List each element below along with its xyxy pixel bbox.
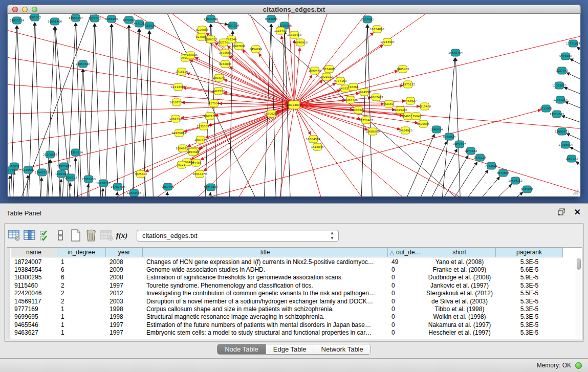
window-titlebar[interactable]: citations_edges.txt [7,5,581,14]
table-cell[interactable]: 0 [388,329,423,336]
network-node[interactable]: 7625402 [135,170,147,178]
table-cell[interactable]: 1 [57,313,106,320]
table-cell[interactable]: Franke et al. (2009) [423,266,496,273]
table-cell[interactable]: 1997 [106,321,143,329]
table-cell[interactable]: Wolkin et al. (1998) [423,313,496,320]
table-cell[interactable]: 5.3E-5 [496,321,563,329]
network-node[interactable]: 16648784 [448,49,463,56]
network-node[interactable]: 9245652 [521,186,534,193]
network-node[interactable]: 12093832 [552,82,567,89]
network-node[interactable]: 6734028 [323,65,336,73]
table-row[interactable]: 946362711997Embryonic stem cells: a mode… [11,329,576,337]
table-cell[interactable]: 9463627 [11,329,57,336]
table-row[interactable]: 2242004622012Investigating the contribut… [11,290,576,297]
table-cell[interactable]: 5.5E-5 [496,290,563,297]
table-cell[interactable]: Yano et al. (2008) [423,258,496,266]
table-cell[interactable]: 19384554 [11,266,57,273]
table-cell[interactable]: 1 [57,329,106,336]
function-builder-icon[interactable]: f(x) [114,228,129,243]
column-header-short[interactable]: short [423,248,496,257]
table-mode-icon[interactable] [7,228,22,243]
table-cell[interactable]: 6 [57,274,106,281]
delete-icon[interactable] [83,228,99,243]
network-node[interactable]: 10653257 [69,14,83,21]
network-node[interactable]: 20364436 [343,96,358,103]
table-cell[interactable]: Disruption of a novel member of a sodium… [143,298,388,305]
table-cell[interactable]: 1997 [106,282,143,289]
network-node[interactable]: 16210643 [550,111,564,118]
table-cell[interactable]: 2 [57,282,106,289]
network-node[interactable]: 16914479 [192,170,207,178]
network-node[interactable]: 7986322 [352,106,365,114]
table-cell[interactable]: Embryonic stem cells: a model to study s… [143,329,388,336]
network-node[interactable]: 7515526 [143,22,156,29]
table-cell[interactable]: Jankovic et al. (1997) [423,282,496,289]
table-selector-dropdown[interactable]: citations_edges.txt ▲▼ [137,230,339,242]
network-window[interactable]: citations_edges.txt 24055724208558220691… [7,5,581,196]
network-node[interactable]: 2687682 [361,16,374,23]
network-node[interactable]: 8938924 [443,133,456,140]
table-cell[interactable]: Estimation of significance thresholds fo… [143,274,388,281]
network-node[interactable]: 19654923 [398,127,412,134]
select-all-icon[interactable] [37,228,53,243]
network-node[interactable]: 2718126 [176,68,188,75]
network-node[interactable]: 10654112 [508,177,522,184]
network-node[interactable]: 16154808 [370,26,384,33]
network-node[interactable]: 17975125 [401,81,415,88]
unselect-all-icon[interactable] [53,228,68,243]
table-row[interactable]: 1872400712008Changes of HCN gene express… [11,258,576,266]
network-node[interactable]: 10807487 [369,94,383,101]
table-cell[interactable]: 0 [388,266,423,273]
network-node[interactable]: 17359924 [69,149,83,156]
table-cell[interactable]: 2012 [106,290,143,297]
table-cell[interactable]: 22420046 [11,290,57,297]
table-row[interactable]: 969969511998Structural magnetic resonanc… [11,313,576,321]
network-node[interactable]: 7984 [412,113,421,120]
network-node[interactable]: 20691406 [48,18,62,25]
network-node[interactable]: 9115460 [419,103,431,110]
network-node[interactable]: 17957253 [81,176,96,183]
network-node[interactable]: 10107554 [169,99,184,106]
network-node[interactable]: 8215958 [540,105,553,112]
network-node[interactable]: 1167533 [565,155,578,162]
table-cell[interactable]: 5.9E-5 [496,274,563,281]
network-node[interactable]: 39139 [8,167,15,174]
column-header-out_de[interactable]: △out_de… [388,248,423,257]
table-cell[interactable]: 1 [57,305,106,313]
table-cell[interactable]: 6 [57,266,106,273]
network-node[interactable]: 8471676 [497,169,510,177]
network-node[interactable]: 417004 [209,100,220,107]
table-cell[interactable]: 0 [388,298,423,305]
network-node[interactable]: 15751074 [566,40,580,47]
table-cell[interactable]: 2003 [106,298,143,305]
network-node[interactable]: 12942757 [35,169,49,176]
table-cell[interactable]: 2 [57,298,106,305]
network-node[interactable]: 9777169 [334,77,347,84]
table-row[interactable]: 1938455462009Genome-wide association stu… [11,266,576,273]
network-node[interactable]: 791546 [226,36,237,43]
network-node[interactable]: 18300295 [264,110,278,117]
table-cell[interactable]: Changes of HCN gene expression and I(f) … [143,258,388,266]
table-row[interactable]: 1456911722003Disruption of a novel membe… [11,297,576,305]
table-cell[interactable]: 5.3E-5 [496,329,563,336]
table-row[interactable]: 977716911998Corpus callosum shape and si… [11,305,576,313]
table-cell[interactable]: 1998 [106,305,143,313]
table-cell[interactable]: 0 [388,305,423,313]
network-node[interactable]: 3427552 [212,87,225,95]
network-node[interactable]: 8186323 [205,36,217,43]
table-vertical-scrollbar[interactable] [576,258,581,338]
table-cell[interactable]: 14569117 [11,298,57,305]
table-cell[interactable]: 1 [57,321,106,329]
table-cell[interactable]: Hescheler et al. (1997) [423,329,496,336]
network-node[interactable]: 746266 [348,83,359,91]
float-panel-icon[interactable] [557,208,567,216]
network-node[interactable]: 20206556 [43,151,57,158]
network-node[interactable]: 7857224 [227,22,239,29]
network-node[interactable]: 8454749 [250,46,263,53]
network-node[interactable]: 9493822 [187,148,200,156]
table-cell[interactable]: 5.3E-5 [496,298,563,305]
network-node[interactable]: 8313054 [265,15,278,23]
table-cell[interactable]: 9699695 [11,313,57,320]
network-node[interactable]: 3675683 [219,49,232,56]
column-header-in_degree[interactable]: in_degree [57,248,106,257]
